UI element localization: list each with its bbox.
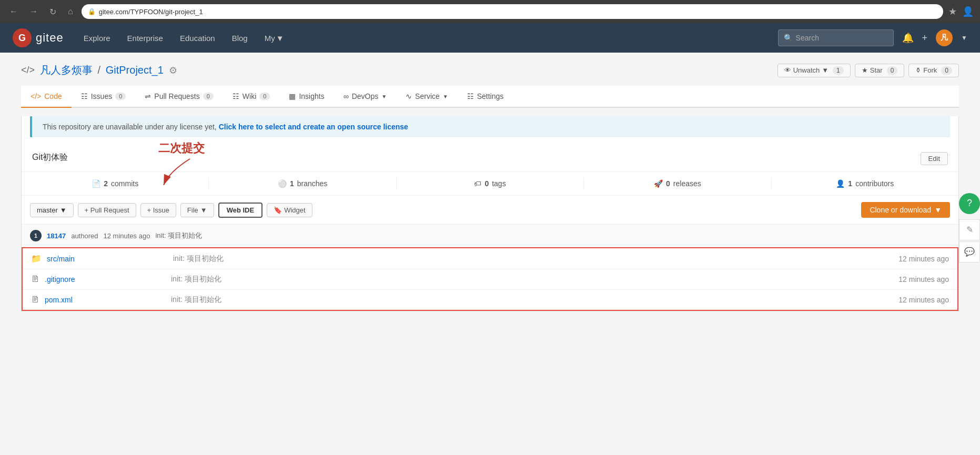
edit-icon: ✎ [966,225,973,235]
repo-name-link[interactable]: GitProject_1 [106,64,164,76]
refresh-button[interactable]: ↻ [46,5,59,19]
chevron-down-icon: ▼ [961,34,967,42]
bookmark-button[interactable]: ★ [948,6,957,17]
add-button[interactable]: + [922,33,928,44]
wiki-badge: 0 [259,93,270,100]
repo-actions: 👁 Unwatch ▼ 1 ★ Star 0 ⚱ Fork 0 [777,64,959,77]
nav-education[interactable]: Education [173,29,223,47]
unwatch-button[interactable]: 👁 Unwatch ▼ 1 [777,64,851,77]
file-list: 📁 src/main init: 项目初始化 12 minutes ago 🖹 … [22,247,958,311]
table-row: 🖹 pom.xml init: 项目初始化 12 minutes ago [23,290,957,310]
side-actions: ? ✎ 💬 [959,193,980,262]
file-name-link[interactable]: .gitignore [45,275,150,284]
contributors-icon: 👤 [836,179,845,188]
home-button[interactable]: ⌂ [65,5,76,18]
commits-icon: 📄 [92,179,100,188]
browser-actions: ★ 👤 [948,6,974,17]
widget-button[interactable]: 🔖 Widget [267,203,312,217]
file-commit-msg: init: 项目初始化 [173,254,898,264]
license-text: This repository are unavailable under an… [43,123,217,131]
repo-header: </> 凡人多烦事 / GitProject_1 ⚙ 👁 Unwatch ▼ 1… [21,63,959,77]
file-name-link[interactable]: src/main [47,255,152,263]
avatar[interactable]: 凡 [936,29,953,46]
file-dropdown[interactable]: File ▼ [180,203,214,217]
fork-icon: ⚱ [915,66,921,74]
unwatch-count: 1 [833,66,844,75]
gitee-logo[interactable]: G gitee [13,28,64,47]
issue-button[interactable]: + Issue [140,203,176,217]
settings-tab-icon: ☷ [467,92,474,100]
chevron-down-icon: ▼ [200,206,207,214]
search-input[interactable] [796,34,888,42]
comment-side-button[interactable]: 💬 [959,241,980,262]
help-button[interactable]: ? [959,193,980,214]
edit-side-button[interactable]: ✎ [959,219,980,240]
repo-title-area: </> 凡人多烦事 / GitProject_1 ⚙ [21,63,177,77]
tab-service[interactable]: ∿ Service ▼ [396,86,458,108]
clone-download-button[interactable]: Clone or download ▼ [861,202,950,218]
url-text: gitee.com/TYPFOON/git-project_1 [99,8,203,16]
releases-stat[interactable]: 🚀 0 releases [584,177,771,190]
back-button[interactable]: ← [6,5,21,18]
license-link[interactable]: Click here to select and create an open … [219,123,408,131]
browser-bar: ← → ↻ ⌂ 🔒 gitee.com/TYPFOON/git-project_… [0,0,980,23]
star-button[interactable]: ★ Star 0 [855,64,905,77]
issues-badge: 0 [115,93,126,100]
wiki-icon: ☷ [233,92,239,100]
fork-button[interactable]: ⚱ Fork 0 [908,64,959,77]
notification-button[interactable]: 🔔 [902,32,914,44]
tab-devops[interactable]: ∞ DevOps ▼ [334,86,396,108]
table-row: 🖹 .gitignore init: 项目初始化 12 minutes ago [23,269,957,290]
nav-my-dropdown[interactable]: My ▼ [257,29,291,47]
file-time: 12 minutes ago [898,296,949,304]
annotation-arrow-svg [158,156,221,188]
tags-stat[interactable]: 🏷 0 tags [397,177,584,190]
file-toolbar: master ▼ + Pull Request + Issue File ▼ W… [22,196,958,225]
pr-icon: ⇌ [145,92,151,100]
repo-path: 凡人多烦事 / GitProject_1 [40,63,164,77]
tab-issues[interactable]: ☷ Issues 0 [72,86,136,108]
page-content: </> 凡人多烦事 / GitProject_1 ⚙ 👁 Unwatch ▼ 1… [0,53,980,322]
nav-right-actions: 🔔 + 凡 ▼ [902,29,967,46]
tab-pull-requests[interactable]: ⇌ Pull Requests 0 [135,86,223,108]
gitee-logo-text: gitee [36,31,64,45]
webide-button[interactable]: Web IDE [218,203,263,218]
chevron-down-icon: ▼ [822,66,829,74]
pull-request-button[interactable]: + Pull Request [78,203,136,217]
tab-code[interactable]: </> Code [21,86,72,108]
tab-settings[interactable]: ☷ Settings [458,86,513,108]
address-bar[interactable]: 🔒 gitee.com/TYPFOON/git-project_1 [82,4,943,19]
branches-stat[interactable]: ⚪ 1 branches [209,177,396,190]
contributors-stat[interactable]: 👤 1 contributors [772,177,958,190]
commit-info-row: 1 18147 authored 12 minutes ago init: 项目… [22,225,958,247]
repo-settings-icon[interactable]: ⚙ [169,65,177,76]
nav-explore[interactable]: Explore [76,29,118,47]
tab-wiki[interactable]: ☷ Wiki 0 [223,86,280,108]
nav-enterprise[interactable]: Enterprise [120,29,170,47]
tab-insights[interactable]: ▦ Insights [279,86,334,108]
repo-owner-link[interactable]: 凡人多烦事 [40,64,93,76]
lock-icon: 🔒 [88,8,96,15]
commit-sha[interactable]: 18147 [47,232,66,240]
commit-area: Git初体验 二次提交 Edit [22,146,958,171]
commit-time: 12 minutes ago [103,232,150,240]
nav-search-box[interactable]: 🔍 [778,29,894,46]
nav-blog[interactable]: Blog [225,29,255,47]
insights-icon: ▦ [289,92,296,100]
edit-button[interactable]: Edit [921,152,948,165]
tags-icon: 🏷 [474,179,481,188]
nav-links: Explore Enterprise Education Blog My ▼ [76,29,291,47]
releases-icon: 🚀 [654,179,663,188]
forward-button[interactable]: → [26,5,41,18]
chevron-down-icon: ▼ [381,94,387,99]
chevron-down-icon: ▼ [934,206,942,214]
branch-selector[interactable]: master ▼ [30,203,74,217]
file-name-link[interactable]: pom.xml [45,296,150,304]
file-icon: 🖹 [31,295,39,305]
chevron-down-icon: ▼ [443,94,448,99]
commit-info-message: init: 项目初始化 [155,231,202,240]
file-time: 12 minutes ago [898,275,949,284]
user-account-button[interactable]: 👤 [962,6,974,17]
license-banner: This repository are unavailable under an… [30,116,950,137]
commit-message-display: Git初体验 [32,152,68,163]
